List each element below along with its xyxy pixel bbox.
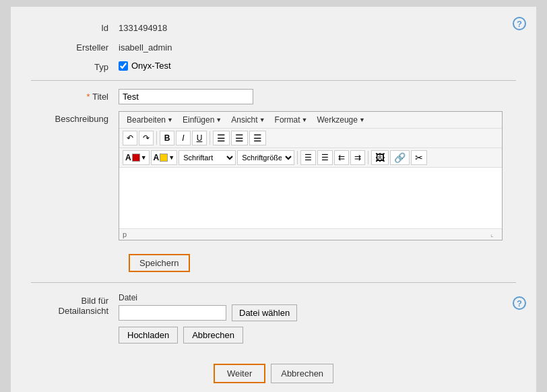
abbrechen-button[interactable]: Abbrechen	[271, 364, 333, 383]
help-icon2[interactable]: ?	[513, 296, 526, 310]
datei-wahlen-button[interactable]: Datei wählen	[232, 304, 297, 321]
menu-einfuegen[interactable]: Einfügen ▼	[179, 114, 226, 126]
editor-container: Bearbeiten ▼ Einfügen ▼ Ansicht ▼ Format…	[119, 111, 503, 240]
menu-bearbeiten[interactable]: Bearbeiten ▼	[123, 114, 177, 126]
underline-button[interactable]: U	[192, 131, 207, 145]
abbrechen-upload-button[interactable]: Abbrechen	[183, 327, 243, 344]
separator1	[156, 131, 157, 145]
schriftgroesse-select[interactable]: Schriftgröße	[237, 150, 294, 165]
titel-label: Titel	[31, 89, 119, 102]
bg-color-swatch	[160, 154, 168, 162]
id-value: 1331494918	[119, 20, 167, 33]
editor-toolbar1: ↶ ↷ B I U ☰ ☰ ☰	[119, 129, 502, 148]
ersteller-label: Ersteller	[31, 40, 119, 53]
ul-button[interactable]: ☰	[300, 150, 316, 165]
editor-toolbar2: A ▼ A ▼ Schriftart Schriftgröße ☰ ☰	[119, 148, 502, 168]
main-container: ? ? Id 1331494918 Ersteller isabell_admi…	[11, 7, 536, 392]
beschreibung-row: Beschreibung Bearbeiten ▼ Einfügen ▼ Ans…	[31, 111, 516, 240]
typ-row: Typ Onyx-Test	[31, 59, 516, 72]
undo-button[interactable]: ↶	[123, 131, 137, 145]
file-row: Datei wählen	[119, 304, 297, 321]
align-center-button[interactable]: ☰	[231, 131, 248, 145]
separator4	[368, 151, 368, 164]
align-right-button[interactable]: ☰	[249, 131, 266, 145]
file-input[interactable]	[119, 305, 226, 321]
separator2	[210, 131, 210, 145]
code-button[interactable]: ✂	[411, 150, 427, 165]
ersteller-value: isabell_admin	[119, 40, 172, 53]
link-button[interactable]: 🔗	[390, 150, 410, 165]
upload-actions: Hochladen Abbrechen	[119, 327, 297, 344]
menu-ansicht[interactable]: Ansicht ▼	[227, 114, 269, 126]
weiter-button[interactable]: Weiter	[214, 364, 265, 383]
help-icon[interactable]: ?	[513, 17, 526, 30]
titel-input[interactable]	[119, 89, 253, 104]
bild-detailansicht-label: Bild für Detailansicht	[31, 293, 119, 316]
font-color-swatch	[132, 154, 140, 162]
ersteller-row: Ersteller isabell_admin	[31, 40, 516, 53]
image-button[interactable]: 🖼	[371, 150, 389, 165]
speichern-wrapper: Speichern	[129, 247, 516, 272]
bg-color-button[interactable]: A ▼	[151, 150, 178, 165]
datei-label: Datei	[119, 293, 297, 302]
menu-format[interactable]: Format ▼	[271, 114, 312, 126]
titel-row: Titel	[31, 89, 516, 104]
schriftart-select[interactable]: Schriftart	[179, 150, 236, 165]
indent-less-button[interactable]: ⇇	[334, 150, 349, 165]
typ-checkbox[interactable]	[119, 61, 128, 71]
speichern-button[interactable]: Speichern	[129, 254, 190, 272]
typ-value: Onyx-Test	[119, 59, 171, 71]
hochladen-button[interactable]: Hochladen	[119, 327, 178, 344]
typ-text: Onyx-Test	[131, 61, 171, 71]
redo-button[interactable]: ↷	[139, 131, 154, 145]
id-label: Id	[31, 20, 119, 33]
editor-area[interactable]	[119, 168, 502, 228]
id-row: Id 1331494918	[31, 20, 516, 33]
menu-werkzeuge[interactable]: Werkzeuge ▼	[313, 114, 368, 126]
beschreibung-label: Beschreibung	[31, 111, 119, 124]
editor-menubar: Bearbeiten ▼ Einfügen ▼ Ansicht ▼ Format…	[119, 112, 502, 129]
divider2	[31, 282, 516, 283]
bold-button[interactable]: B	[160, 131, 174, 145]
bottom-buttons: Weiter Abbrechen	[31, 364, 516, 383]
editor-path: p	[123, 230, 127, 238]
italic-button[interactable]: I	[176, 131, 191, 145]
align-left-button[interactable]: ☰	[213, 131, 230, 145]
editor-statusbar: p ⌞	[119, 228, 502, 240]
bild-detailansicht-row: Bild für Detailansicht Datei Datei wähle…	[31, 293, 516, 344]
typ-label: Typ	[31, 59, 119, 72]
upload-area: Datei Datei wählen Hochladen Abbrechen	[119, 293, 297, 344]
font-color-button[interactable]: A ▼	[123, 150, 150, 165]
ol-button[interactable]: ☰	[317, 150, 333, 165]
resize-handle[interactable]: ⌞	[490, 230, 498, 238]
separator3	[297, 151, 298, 164]
indent-more-button[interactable]: ⇉	[350, 150, 365, 165]
divider1	[31, 80, 516, 81]
